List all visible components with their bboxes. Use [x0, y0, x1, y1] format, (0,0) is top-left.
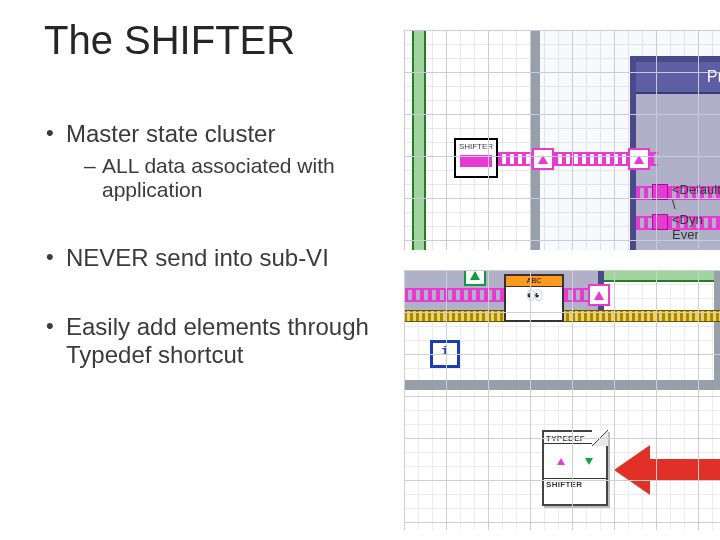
event-tunnel-2	[652, 214, 668, 230]
page-corner-icon	[592, 430, 608, 446]
slide-body: Master state cluster ALL data associated…	[44, 120, 384, 411]
green-vertical-rail	[412, 30, 426, 250]
shift-register-pink-b	[588, 284, 610, 306]
sub-vi-node: ABC 👀	[504, 274, 564, 322]
arrow-head	[614, 445, 650, 495]
slide-title: The SHIFTER	[44, 18, 295, 63]
event-header: Primary	[636, 62, 720, 94]
shifter-icon: SHIFTER	[454, 138, 498, 178]
typedef-label-bottom: SHIFTER	[544, 478, 606, 490]
shift-register-left	[532, 148, 554, 170]
triangle-up-icon	[557, 458, 565, 465]
shift-register-green	[464, 270, 486, 286]
bullet-3: Easily add elements through Typedef shor…	[44, 313, 384, 368]
bullet-1-text: Master state cluster	[66, 120, 275, 147]
triangle-down-icon	[585, 458, 593, 465]
triangle-down-icon	[480, 158, 488, 165]
diagram-top: Primary SHIFTER <Default \ <Dyn Ever	[404, 30, 720, 250]
iteration-terminal: i	[430, 340, 460, 368]
typedef-shortcut-icon: TYPEDEF SHIFTER	[542, 430, 608, 506]
shifter-icon-label: SHIFTER	[459, 142, 493, 151]
triangle-up-icon	[464, 158, 472, 165]
event-tunnel-1	[652, 184, 668, 200]
red-arrow-icon	[614, 445, 720, 495]
shift-register-tunnel	[628, 148, 650, 170]
typedef-mid-icon	[547, 447, 603, 475]
arrow-shaft	[644, 459, 720, 481]
bullet-1-sub-1: ALL data associated with application	[84, 154, 384, 202]
bullet-1: Master state cluster ALL data associated…	[44, 120, 384, 202]
slide: The SHIFTER Master state cluster ALL dat…	[0, 0, 720, 540]
sub-vi-header: ABC	[506, 276, 562, 287]
diagram-bottom: ABC 👀 i TYPEDEF SHIFTER	[404, 270, 720, 530]
shifter-icon-bar	[460, 155, 492, 167]
label-dyn-event: <Dyn Ever	[672, 212, 720, 242]
bullet-2: NEVER send into sub-VI	[44, 244, 384, 272]
label-default: <Default \	[672, 182, 720, 212]
sub-vi-face-icon: 👀	[506, 287, 562, 303]
